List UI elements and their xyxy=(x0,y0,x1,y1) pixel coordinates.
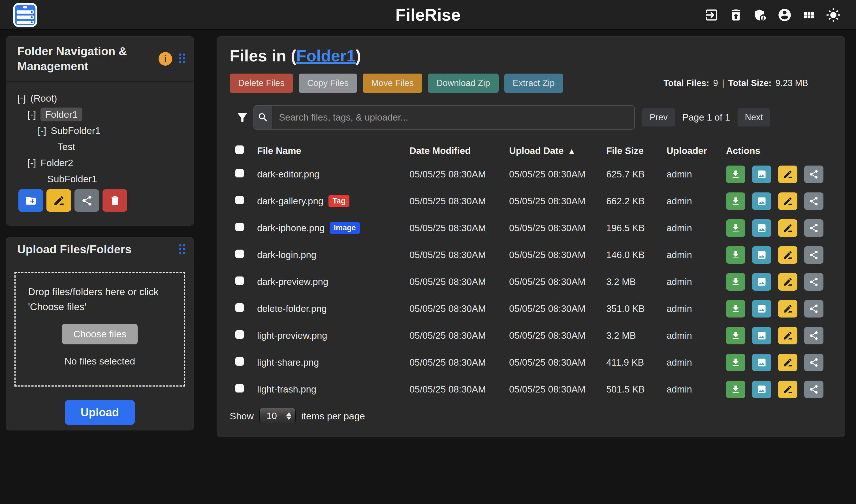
column-header-label: File Size xyxy=(606,145,644,156)
column-header-upload-date[interactable]: Upload Date▲ xyxy=(509,145,606,156)
row-checkbox[interactable] xyxy=(235,330,244,339)
row-checkbox[interactable] xyxy=(235,357,244,366)
column-header-uploader[interactable]: Uploader xyxy=(667,145,726,156)
row-share-button[interactable] xyxy=(804,246,823,264)
file-name[interactable]: dark-login.png xyxy=(257,250,316,260)
row-download-button[interactable] xyxy=(726,354,745,371)
row-download-button[interactable] xyxy=(726,246,745,264)
row-preview-button[interactable] xyxy=(752,327,771,344)
tree-item-test[interactable]: Test xyxy=(6,139,194,155)
row-download-button[interactable] xyxy=(726,165,745,183)
column-header-file-name[interactable]: File Name xyxy=(257,145,409,156)
row-checkbox[interactable] xyxy=(235,250,244,258)
apps-grid-icon[interactable] xyxy=(802,7,816,22)
drag-handle-icon[interactable] xyxy=(178,244,186,256)
prev-page-button[interactable]: Prev xyxy=(642,108,675,126)
download-zip-button[interactable]: Download Zip xyxy=(428,74,499,93)
row-checkbox[interactable] xyxy=(235,196,244,204)
row-edit-button[interactable] xyxy=(778,165,798,183)
row-share-button[interactable] xyxy=(804,193,823,210)
row-share-button[interactable] xyxy=(804,219,823,237)
row-edit-button[interactable] xyxy=(778,193,798,210)
tree-collapse-toggle[interactable]: [-] xyxy=(28,109,36,120)
tree-item-subfolder1[interactable]: SubFolder1 xyxy=(6,171,194,187)
row-share-button[interactable] xyxy=(804,381,823,398)
row-preview-button[interactable] xyxy=(752,300,771,318)
file-name[interactable]: dark-preview.png xyxy=(257,276,328,287)
file-name[interactable]: light-share.png xyxy=(257,357,319,368)
row-checkbox[interactable] xyxy=(235,223,244,231)
choose-files-button[interactable]: Choose files xyxy=(62,324,138,344)
tree-collapse-toggle[interactable]: [-] xyxy=(38,125,46,136)
file-name[interactable]: light-trash.png xyxy=(257,384,316,395)
row-share-button[interactable] xyxy=(804,327,823,344)
tree-item-root[interactable]: [-](Root) xyxy=(6,90,194,106)
rename-folder-button[interactable] xyxy=(47,189,71,212)
row-preview-button[interactable] xyxy=(752,165,771,183)
copy-files-button[interactable]: Copy Files xyxy=(299,74,357,93)
file-dropzone[interactable]: Drop files/folders here or click 'Choose… xyxy=(14,272,185,386)
tree-item-subfolder1[interactable]: [-]SubFolder1 xyxy=(6,123,194,139)
tree-item-folder1[interactable]: [-]Folder1 xyxy=(6,106,194,123)
row-download-button[interactable] xyxy=(726,327,745,344)
row-edit-button[interactable] xyxy=(778,354,798,371)
tree-collapse-toggle[interactable]: [-] xyxy=(17,93,26,104)
file-name[interactable]: light-preview.png xyxy=(257,330,327,341)
row-download-button[interactable] xyxy=(726,193,745,210)
row-preview-button[interactable] xyxy=(752,219,771,237)
drag-handle-icon[interactable] xyxy=(178,53,186,65)
row-checkbox[interactable] xyxy=(235,276,244,285)
row-checkbox[interactable] xyxy=(235,303,244,312)
row-edit-button[interactable] xyxy=(778,300,798,318)
row-edit-button[interactable] xyxy=(778,327,798,344)
admin-settings-icon[interactable] xyxy=(753,7,768,22)
row-share-button[interactable] xyxy=(804,354,823,371)
delete-folder-button[interactable] xyxy=(103,189,127,212)
file-name[interactable]: dark-iphone.png xyxy=(257,223,325,233)
logout-icon[interactable] xyxy=(704,7,719,22)
row-download-button[interactable] xyxy=(726,273,745,291)
row-edit-button[interactable] xyxy=(778,219,798,237)
next-page-button[interactable]: Next xyxy=(738,108,770,126)
filter-icon[interactable] xyxy=(236,111,249,124)
search-input[interactable] xyxy=(272,106,634,129)
row-preview-button[interactable] xyxy=(752,273,771,291)
search-icon[interactable] xyxy=(254,106,272,129)
row-edit-button[interactable] xyxy=(778,246,798,264)
row-preview-button[interactable] xyxy=(752,381,771,398)
row-edit-button[interactable] xyxy=(778,381,798,398)
row-download-button[interactable] xyxy=(726,381,745,398)
row-edit-button[interactable] xyxy=(778,273,798,291)
row-checkbox[interactable] xyxy=(235,384,244,393)
row-share-button[interactable] xyxy=(804,273,823,291)
share-folder-button[interactable] xyxy=(74,189,99,212)
info-icon[interactable]: i xyxy=(159,52,172,66)
file-name[interactable]: dark-editor.png xyxy=(257,169,319,180)
row-checkbox[interactable] xyxy=(235,169,244,177)
row-preview-button[interactable] xyxy=(752,354,771,371)
move-files-button[interactable]: Move Files xyxy=(363,74,422,93)
delete-files-button[interactable]: Delete Files xyxy=(230,74,293,93)
row-share-button[interactable] xyxy=(804,165,823,183)
create-folder-button[interactable] xyxy=(18,189,43,212)
upload-button[interactable]: Upload xyxy=(65,400,135,425)
row-preview-button[interactable] xyxy=(752,246,771,264)
select-all-checkbox[interactable] xyxy=(235,145,244,154)
file-name[interactable]: dark-gallery.png xyxy=(257,196,324,206)
extract-zip-button[interactable]: Extract Zip xyxy=(504,74,563,93)
select-spinner-icon[interactable] xyxy=(286,412,291,420)
current-folder-link[interactable]: Folder1 xyxy=(296,47,356,65)
row-preview-button[interactable] xyxy=(752,193,771,210)
restore-trash-icon[interactable] xyxy=(729,7,743,22)
column-header-file-size[interactable]: File Size xyxy=(606,145,667,156)
row-download-button[interactable] xyxy=(726,300,745,318)
row-share-button[interactable] xyxy=(804,300,823,318)
row-download-button[interactable] xyxy=(726,219,745,237)
account-circle-icon[interactable] xyxy=(777,7,792,22)
items-per-page-select[interactable]: 10 xyxy=(259,408,296,424)
tree-item-folder2[interactable]: [-]Folder2 xyxy=(6,155,194,171)
file-name[interactable]: delete-folder.png xyxy=(257,303,327,314)
tree-collapse-toggle[interactable]: [-] xyxy=(28,157,36,168)
light-mode-icon[interactable] xyxy=(826,7,841,22)
column-header-date-modified[interactable]: Date Modified xyxy=(409,145,509,156)
